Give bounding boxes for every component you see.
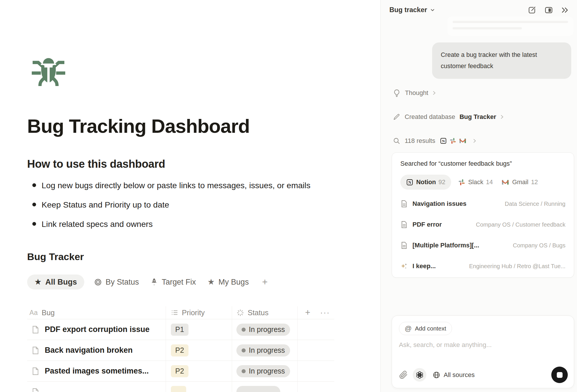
status-chip	[236, 386, 280, 392]
column-header-status[interactable]: Status	[232, 306, 298, 319]
slack-icon	[458, 179, 465, 186]
database-heading: Bug Tracker	[27, 251, 363, 262]
cell-status[interactable]: In progress	[232, 361, 298, 381]
source-tab-notion[interactable]: N Notion 92	[400, 175, 451, 190]
search-card-heading: Searched for “customer feedback bugs”	[400, 160, 565, 167]
howto-bullet: Log new bugs directly below or paste lin…	[27, 180, 363, 191]
stop-button[interactable]	[551, 367, 568, 383]
view-tab-target-fix[interactable]: Target Fix	[150, 275, 196, 290]
assistant-panel: Bug tracker Create a bug tracker with th…	[380, 0, 577, 392]
status-dot	[242, 328, 246, 332]
chevron-right-icon	[472, 138, 477, 144]
faded-message-placeholder	[447, 17, 573, 36]
bug-page-icon[interactable]	[29, 55, 68, 88]
panel-header: Bug tracker	[381, 0, 577, 16]
chevron-right-icon	[499, 114, 505, 120]
search-icon	[393, 137, 400, 145]
all-sources-button[interactable]: All sources	[432, 371, 475, 379]
compose-icon[interactable]	[526, 4, 538, 16]
cell-extra	[298, 361, 334, 381]
table-header: Aa Bug Priority	[27, 306, 334, 319]
table-row[interactable]: Pasted images sometimes... P2 In progres…	[27, 361, 334, 381]
composer-toolbar: All sources	[399, 367, 568, 383]
search-result-row[interactable]: [Multiple Platforms][... Company OS / Bu…	[400, 240, 565, 251]
view-tab-my-bugs[interactable]: ★ My Bugs	[208, 275, 249, 290]
search-result-row[interactable]: PDF error Company OS / Customer feedback	[400, 219, 565, 230]
howto-heading: How to use this dashboard	[27, 158, 363, 170]
search-results-card: Searched for “customer feedback bugs” N …	[392, 152, 574, 278]
svg-text:N: N	[442, 139, 445, 143]
pencil-icon	[393, 113, 400, 121]
attachment-icon[interactable]	[399, 370, 408, 379]
cell-status	[232, 382, 298, 392]
status-spinner-icon	[236, 309, 244, 317]
status-dot	[242, 369, 246, 373]
cell-priority[interactable]: P2	[166, 340, 232, 361]
sparkles-icon	[400, 262, 408, 270]
chevron-down-icon[interactable]	[430, 7, 435, 13]
chevron-right-icon	[431, 90, 437, 96]
view-tab-by-status[interactable]: By Status	[94, 275, 139, 290]
model-picker-button[interactable]	[413, 368, 426, 382]
priority-chip: P2	[171, 344, 188, 356]
howto-bullet: Keep Status and Priority up to date	[27, 199, 363, 210]
add-context-button[interactable]: @ Add context	[399, 322, 452, 335]
bullet-dot	[32, 183, 36, 187]
table-header-extra: + ···	[298, 306, 334, 319]
source-icons: N	[440, 137, 466, 144]
assistant-steps: Thought Created database Bug Tracker	[393, 87, 571, 158]
source-tab-gmail[interactable]: Gmail 12	[501, 175, 538, 190]
table-row[interactable]: Back navigation broken P2 In progress	[27, 340, 334, 361]
step-search-results[interactable]: 118 results N	[393, 135, 571, 147]
cell-priority	[166, 382, 232, 392]
page-icon	[31, 346, 40, 355]
status-chip: In progress	[236, 344, 290, 356]
panel-title[interactable]: Bug tracker	[389, 6, 427, 14]
source-tab-slack[interactable]: Slack 14	[458, 175, 493, 190]
search-result-row[interactable]: Navigation issues Data Science / Running	[400, 198, 565, 210]
cell-bug	[27, 382, 166, 392]
cell-bug[interactable]: Back navigation broken	[27, 340, 166, 361]
notion-icon: N	[440, 137, 447, 144]
table-row-partial[interactable]	[27, 381, 334, 392]
status-dot	[242, 348, 246, 352]
document-icon	[400, 241, 408, 249]
add-column-button[interactable]: +	[305, 307, 310, 318]
step-thought[interactable]: Thought	[393, 87, 571, 99]
cell-priority[interactable]: P1	[166, 319, 232, 340]
cell-priority[interactable]: P2	[166, 361, 232, 381]
collapse-panel-icon[interactable]	[559, 4, 571, 16]
page-icon	[31, 388, 40, 392]
toggle-panel-icon[interactable]	[542, 4, 555, 16]
table-options-button[interactable]: ···	[320, 308, 330, 317]
column-header-priority[interactable]: Priority	[166, 306, 232, 319]
view-tab-all-bugs[interactable]: ★ All Bugs	[27, 275, 84, 290]
table-row[interactable]: PDF export corruption issue P1 In progre…	[27, 319, 334, 340]
composer: @ Add context Ask, search, or make anyth…	[392, 316, 574, 388]
user-message-bubble: Create a bug tracker with the latest cus…	[432, 42, 571, 79]
status-chip: In progress	[236, 365, 290, 377]
cell-status[interactable]: In progress	[232, 340, 298, 361]
page-canvas: Bug Tracking Dashboard How to use this d…	[0, 0, 380, 392]
add-view-button[interactable]: +	[262, 277, 268, 288]
document-icon	[400, 221, 408, 229]
priority-chip: P2	[171, 365, 188, 377]
column-header-bug[interactable]: Aa Bug	[27, 306, 166, 319]
composer-input[interactable]: Ask, search, or make anything...	[399, 341, 567, 349]
howto-bullet: Link related specs and owners	[27, 218, 363, 230]
page-icon	[31, 325, 40, 334]
cell-status[interactable]: In progress	[232, 319, 298, 340]
slack-icon	[449, 137, 456, 144]
search-result-row[interactable]: I keep... Engineering Hub / Retro @Last …	[400, 260, 565, 272]
bullet-dot	[32, 203, 36, 206]
cell-bug[interactable]: PDF export corruption issue	[27, 319, 166, 340]
step-created-database[interactable]: Created database Bug Tracker	[393, 111, 571, 123]
at-icon: @	[405, 324, 412, 333]
status-chip: In progress	[236, 324, 290, 336]
star-icon: ★	[34, 278, 42, 286]
document-icon	[400, 200, 408, 208]
lightbulb-icon	[393, 89, 401, 97]
cell-bug[interactable]: Pasted images sometimes...	[27, 361, 166, 381]
notion-icon: N	[406, 179, 413, 186]
stop-square-icon	[557, 372, 563, 378]
